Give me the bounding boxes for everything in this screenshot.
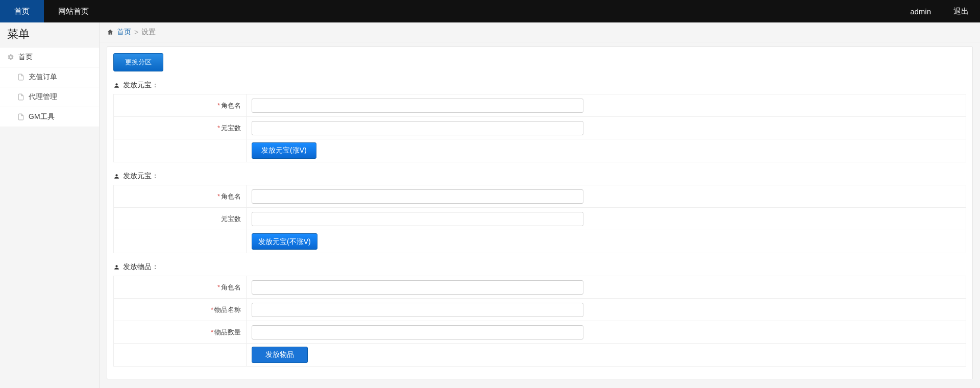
section-title: 发放元宝：	[113, 172, 966, 181]
field-label: *角色名	[114, 185, 247, 208]
main: 首页 > 设置 更换分区 发放元宝： *角色名	[100, 22, 980, 379]
sidebar-item-gmtool[interactable]: GM工具	[0, 107, 99, 127]
sidebar-item-recharge[interactable]: 充值订单	[0, 67, 99, 87]
role-name-input[interactable]	[252, 189, 583, 204]
field-label: *角色名	[114, 94, 247, 117]
sidebar-root-home[interactable]: 首页	[0, 47, 99, 67]
issue-yuanbao-v-button[interactable]: 发放元宝(涨V)	[252, 142, 316, 159]
field-label: *物品名称	[114, 299, 247, 321]
top-nav-left: 首页 网站首页	[0, 0, 103, 22]
sidebar-title: 菜单	[0, 22, 99, 47]
person-icon	[113, 264, 120, 271]
top-nav-spacer	[103, 0, 899, 22]
top-nav-right: admin 退出	[899, 0, 980, 22]
form-table: *角色名 元宝数 发放元宝(不涨V)	[113, 185, 966, 253]
document-icon	[17, 74, 24, 81]
sidebar-item-agent[interactable]: 代理管理	[0, 87, 99, 107]
sidebar-item-label: 代理管理	[29, 92, 57, 102]
field-label: *物品数量	[114, 321, 247, 344]
home-icon	[107, 29, 114, 36]
nav-logout[interactable]: 退出	[942, 0, 980, 22]
sidebar-item-label: GM工具	[29, 112, 55, 122]
form-table: *角色名 *物品名称 *物品数量 发放物品	[113, 276, 966, 367]
field-label: 元宝数	[114, 208, 247, 230]
top-nav: 首页 网站首页 admin 退出	[0, 0, 980, 22]
section-title-text: 发放元宝：	[123, 172, 159, 181]
button-row-label	[114, 344, 247, 367]
section-title: 发放物品：	[113, 262, 966, 272]
button-row-label	[114, 230, 247, 253]
yuanbao-amount-input[interactable]	[252, 121, 583, 135]
breadcrumb-sep: >	[134, 28, 138, 36]
breadcrumb-current: 设置	[141, 28, 156, 37]
switch-zone-button[interactable]: 更换分区	[113, 53, 163, 71]
breadcrumb: 首页 > 设置	[100, 22, 980, 42]
item-qty-input[interactable]	[252, 325, 583, 340]
document-icon	[17, 93, 24, 101]
sidebar-root-label: 首页	[18, 53, 33, 62]
document-icon	[17, 113, 24, 120]
breadcrumb-home-link[interactable]: 首页	[117, 28, 131, 37]
person-icon	[113, 173, 120, 180]
sidebar-panel: 首页 充值订单 代理管理 GM工具	[0, 47, 99, 127]
section-issue-yuanbao-v: 发放元宝： *角色名 *元宝数 发放元宝(涨V)	[113, 81, 966, 162]
content-panel: 更换分区 发放元宝： *角色名 *元宝数	[107, 46, 973, 379]
field-label: *元宝数	[114, 117, 247, 139]
role-name-input[interactable]	[252, 99, 583, 113]
gear-icon	[7, 54, 14, 61]
issue-item-button[interactable]: 发放物品	[252, 347, 308, 363]
field-label: *角色名	[114, 276, 247, 299]
item-name-input[interactable]	[252, 303, 583, 317]
section-issue-item: 发放物品： *角色名 *物品名称 *物品数量	[113, 262, 966, 367]
yuanbao-amount-input[interactable]	[252, 212, 583, 226]
role-name-input[interactable]	[252, 280, 583, 295]
section-title-text: 发放元宝：	[123, 81, 159, 90]
nav-user[interactable]: admin	[899, 0, 942, 22]
sidebar-item-label: 充值订单	[29, 72, 57, 82]
person-icon	[113, 82, 120, 89]
section-issue-yuanbao-nov: 发放元宝： *角色名 元宝数 发放元宝(不涨V)	[113, 172, 966, 253]
section-title-text: 发放物品：	[123, 262, 159, 272]
nav-home[interactable]: 首页	[0, 0, 44, 22]
container: 菜单 首页 充值订单 代理管理	[0, 22, 980, 388]
nav-site-home[interactable]: 网站首页	[44, 0, 103, 22]
button-row-label	[114, 139, 247, 162]
issue-yuanbao-nov-button[interactable]: 发放元宝(不涨V)	[252, 233, 317, 250]
section-title: 发放元宝：	[113, 81, 966, 90]
sidebar: 菜单 首页 充值订单 代理管理	[0, 22, 100, 388]
form-table: *角色名 *元宝数 发放元宝(涨V)	[113, 94, 966, 162]
